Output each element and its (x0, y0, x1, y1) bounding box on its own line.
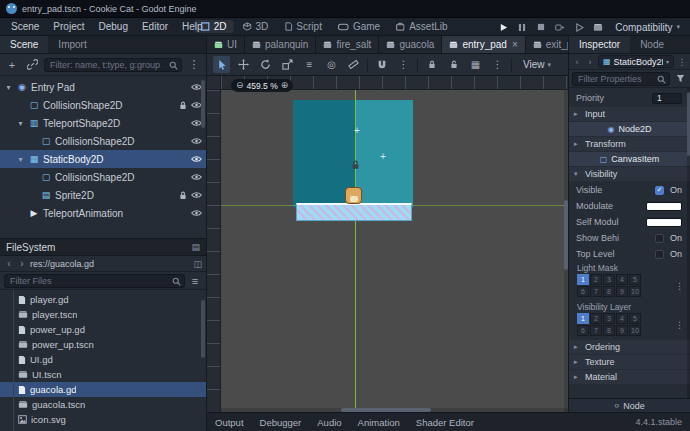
selectable-nodes-list-button[interactable]: ≡ (301, 56, 318, 73)
file-row[interactable]: UI.tscn (0, 367, 206, 382)
tab-inspector[interactable]: Inspector (569, 36, 630, 53)
section-ordering[interactable]: ▸ Ordering (569, 340, 690, 354)
scene-tab-guacola[interactable]: guacola (379, 36, 442, 53)
expander-icon[interactable]: ▾ (16, 155, 25, 164)
bottom-tab-animation[interactable]: Animation (350, 413, 408, 431)
priority-value-field[interactable]: 1 (652, 93, 682, 104)
workspace-2d-button[interactable]: 2D (194, 20, 234, 33)
play-custom-scene-button[interactable] (571, 20, 587, 34)
file-row[interactable]: power_up.gd (0, 322, 206, 337)
file-row[interactable]: UI.gd (0, 352, 206, 367)
workspace-3d-button[interactable]: 3D (236, 20, 276, 33)
file-filter-input[interactable] (4, 274, 185, 288)
visibility-layer-bit[interactable]: 2 (590, 313, 602, 324)
section-visibility[interactable]: ▾ Visibility (569, 167, 690, 181)
light-mask-options-menu[interactable]: ⋮ (675, 281, 684, 291)
expander-icon[interactable]: ▾ (16, 119, 25, 128)
skeleton-options-menu[interactable]: ⋮ (489, 56, 506, 73)
visibility-toggle[interactable] (191, 173, 202, 181)
file-row[interactable]: power_up.tscn (0, 337, 206, 352)
visibility-toggle[interactable] (191, 209, 202, 217)
select-tool-button[interactable] (213, 56, 230, 73)
visibility-layer-bit[interactable]: 8 (603, 325, 615, 336)
view-menu[interactable]: View ▾ (517, 58, 557, 71)
play-button[interactable] (495, 20, 511, 34)
visibility-toggle[interactable] (191, 155, 202, 163)
bottom-tab-shader-editor[interactable]: Shader Editor (408, 413, 482, 431)
visible-checkbox[interactable]: ✓ (655, 186, 664, 195)
tree-row-collision-shape[interactable]: ▢ CollisionShape2D (0, 132, 206, 150)
workspace-script-button[interactable]: Script (277, 20, 329, 33)
light-mask-bit[interactable]: 9 (616, 286, 628, 297)
top-level-checkbox[interactable] (655, 250, 664, 259)
history-back-button[interactable]: ‹ (4, 258, 14, 269)
menu-scene[interactable]: Scene (4, 18, 46, 36)
modulate-color-swatch[interactable] (646, 202, 682, 211)
smart-snap-button[interactable] (373, 56, 390, 73)
inspector-options-menu[interactable]: ⋮ (677, 57, 687, 67)
section-material[interactable]: ▸ Material (569, 370, 690, 384)
light-mask-bit[interactable]: 3 (603, 274, 615, 285)
workspace-assetlib-button[interactable]: AssetLib (389, 20, 454, 33)
play-scene-button[interactable] (552, 20, 568, 34)
tree-row-entry-pad[interactable]: ▾ ◉ Entry Pad (0, 78, 206, 96)
zoom-out-button[interactable]: ⊖ (236, 79, 244, 92)
show-behind-checkbox[interactable] (655, 234, 664, 243)
light-mask-bit[interactable]: 8 (603, 286, 615, 297)
bottom-tab-audio[interactable]: Audio (309, 413, 349, 431)
add-node-button[interactable]: + (4, 57, 20, 73)
light-mask-bit[interactable]: 4 (616, 274, 628, 285)
scene-tab-ui[interactable]: UI (207, 36, 245, 53)
section-texture[interactable]: ▸ Texture (569, 355, 690, 369)
light-mask-bit[interactable]: 7 (590, 286, 602, 297)
split-mode-icon[interactable]: ◫ (193, 259, 202, 269)
node-bottom-button[interactable]: ○ Node (569, 398, 690, 412)
file-row-selected[interactable]: guacola.gd (0, 382, 206, 397)
ruler-tool-button[interactable] (345, 56, 362, 73)
scene-tab-fire-salt[interactable]: fire_salt (316, 36, 379, 53)
stop-button[interactable] (533, 20, 549, 34)
tab-scene[interactable]: Scene (0, 36, 48, 53)
snap-options-menu[interactable]: ⋮ (395, 56, 412, 73)
group-node-button[interactable]: ▦ (467, 56, 484, 73)
tree-row-sprite[interactable]: ▤ Sprite2D (0, 186, 206, 204)
visibility-layer-options-menu[interactable]: ⋮ (675, 320, 684, 330)
visibility-layer-bit[interactable]: 5 (629, 313, 641, 324)
visibility-toggle[interactable] (191, 191, 202, 199)
file-row[interactable]: guacola.tscn (0, 397, 206, 412)
bottom-tab-debugger[interactable]: Debugger (252, 413, 310, 431)
workspace-game-button[interactable]: Game (331, 20, 387, 33)
scene-tab-entry-pad-active[interactable]: entry_pad × (442, 36, 525, 53)
edited-node-dropdown[interactable]: ▦ StaticBody2D ▾ (598, 55, 674, 68)
scene-tab-palanquin[interactable]: palanquin (245, 36, 316, 53)
lock-toggle[interactable] (179, 101, 187, 110)
tree-row-collision-shape[interactable]: ▢ CollisionShape2D (0, 168, 206, 186)
visibility-layer-bit[interactable]: 3 (603, 313, 615, 324)
file-row[interactable]: player.gd (0, 292, 206, 307)
zoom-level[interactable]: 459.5 % (247, 81, 278, 91)
visibility-layer-bit[interactable]: 4 (616, 313, 628, 324)
section-input[interactable]: ▸ Input (569, 107, 690, 121)
tree-row-collision-shape[interactable]: ▢ CollisionShape2D (0, 96, 206, 114)
sort-files-icon[interactable]: ≡ (188, 273, 202, 289)
tab-import[interactable]: Import (48, 36, 96, 53)
current-path[interactable]: res://guacola.gd (30, 259, 190, 269)
expander-icon[interactable]: ▾ (4, 83, 13, 92)
menu-editor[interactable]: Editor (135, 18, 175, 36)
pause-button[interactable] (514, 20, 530, 34)
scene-filter-input[interactable] (44, 58, 182, 72)
light-mask-bit[interactable]: 6 (577, 286, 589, 297)
section-transform[interactable]: ▸ Transform (569, 137, 690, 151)
scene-tree-scrollbar[interactable] (201, 80, 205, 128)
visibility-layer-bit[interactable]: 10 (629, 325, 641, 336)
visibility-toggle[interactable] (191, 137, 202, 145)
light-mask-bit[interactable]: 1 (577, 274, 589, 285)
inspector-forward-button[interactable]: › (585, 57, 595, 67)
property-filter-input[interactable] (572, 72, 670, 86)
visibility-layer-bit[interactable]: 6 (577, 325, 589, 336)
tree-row-static-body-selected[interactable]: ▾ ▦ StaticBody2D (0, 150, 206, 168)
tab-node[interactable]: Node (630, 36, 674, 53)
lock-toggle[interactable] (179, 191, 187, 200)
dock-options-icon[interactable]: ▤ (191, 242, 200, 252)
file-row[interactable]: player.tscn (0, 307, 206, 322)
